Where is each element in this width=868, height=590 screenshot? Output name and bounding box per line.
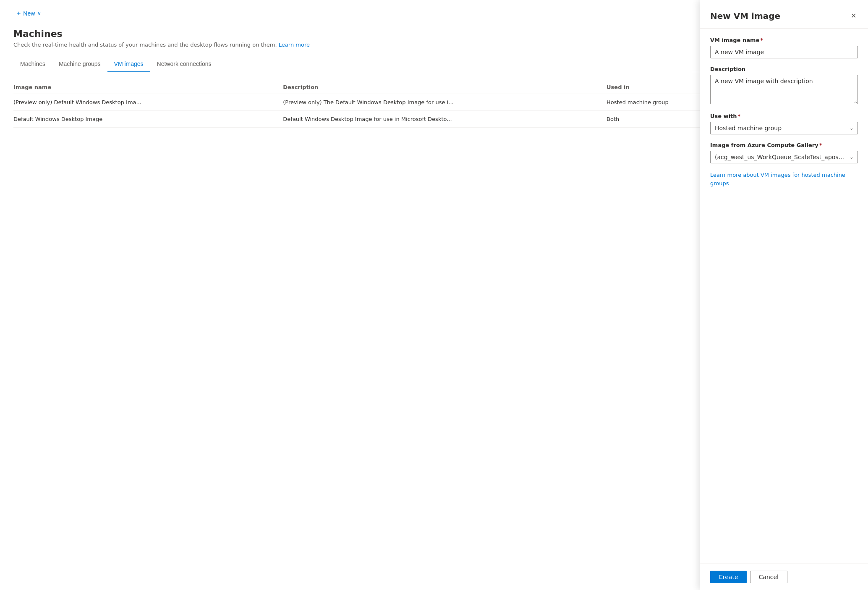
learn-more-group: Learn more about VM images for hosted ma… bbox=[710, 171, 858, 187]
image-gallery-label: Image from Azure Compute Gallery * bbox=[710, 142, 858, 148]
image-gallery-select[interactable]: (acg_west_us_WorkQueue_ScaleTest_apos... bbox=[710, 151, 858, 163]
use-with-select-wrapper: Hosted machine group Both ⌄ bbox=[710, 122, 858, 134]
tab-machines[interactable]: Machines bbox=[13, 56, 52, 72]
required-star-use-with: * bbox=[738, 113, 741, 119]
image-gallery-select-wrapper: (acg_west_us_WorkQueue_ScaleTest_apos...… bbox=[710, 151, 858, 163]
vm-image-name-label: VM image name * bbox=[710, 37, 858, 43]
tab-machine-groups[interactable]: Machine groups bbox=[52, 56, 107, 72]
tab-network-connections[interactable]: Network connections bbox=[150, 56, 218, 72]
cell-description-1: Default Windows Desktop Image for use in… bbox=[283, 116, 607, 122]
panel-footer: Create Cancel bbox=[700, 564, 868, 590]
description-textarea[interactable]: A new VM image with description bbox=[710, 75, 858, 104]
col-header-image-name: Image name bbox=[13, 84, 283, 90]
use-with-group: Use with * Hosted machine group Both ⌄ bbox=[710, 113, 858, 134]
use-with-select[interactable]: Hosted machine group Both bbox=[710, 122, 858, 134]
panel-body: VM image name * Description A new VM ima… bbox=[700, 29, 868, 564]
panel-title: New VM image bbox=[710, 11, 780, 21]
cancel-button[interactable]: Cancel bbox=[750, 571, 787, 583]
vm-image-name-group: VM image name * bbox=[710, 37, 858, 58]
close-button[interactable]: ✕ bbox=[849, 10, 858, 21]
close-icon: ✕ bbox=[851, 12, 856, 20]
cell-description-0: (Preview only) The Default Windows Deskt… bbox=[283, 99, 607, 105]
cell-image-name-1: Default Windows Desktop Image bbox=[13, 116, 283, 122]
col-header-description: Description bbox=[283, 84, 607, 90]
description-label: Description bbox=[710, 66, 858, 72]
use-with-label: Use with * bbox=[710, 113, 858, 119]
learn-more-link[interactable]: Learn more bbox=[279, 42, 310, 48]
subtitle-text: Check the real-time health and status of… bbox=[13, 42, 277, 48]
description-group: Description A new VM image with descript… bbox=[710, 66, 858, 105]
new-button-label: New bbox=[23, 10, 35, 17]
new-button[interactable]: + New ∨ bbox=[13, 8, 44, 18]
image-gallery-group: Image from Azure Compute Gallery * (acg_… bbox=[710, 142, 858, 163]
side-panel: New VM image ✕ VM image name * Descripti… bbox=[700, 0, 868, 590]
vm-image-name-input[interactable] bbox=[710, 46, 858, 58]
required-star-gallery: * bbox=[819, 142, 822, 148]
required-star: * bbox=[760, 37, 763, 43]
learn-more-hosted-link[interactable]: Learn more about VM images for hosted ma… bbox=[710, 172, 845, 186]
tab-vm-images[interactable]: VM images bbox=[107, 56, 150, 72]
panel-header: New VM image ✕ bbox=[700, 0, 868, 29]
cell-image-name-0: (Preview only) Default Windows Desktop I… bbox=[13, 99, 283, 105]
create-button[interactable]: Create bbox=[710, 571, 747, 583]
plus-icon: + bbox=[17, 10, 21, 17]
chevron-down-icon: ∨ bbox=[37, 10, 41, 16]
